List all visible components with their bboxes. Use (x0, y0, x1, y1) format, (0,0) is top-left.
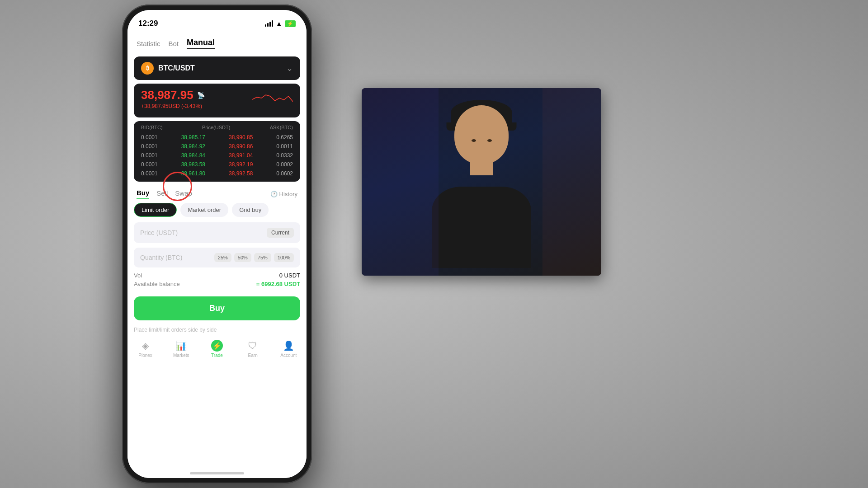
account-label: Account (280, 353, 297, 358)
battery-icon: ⚡ (285, 20, 296, 27)
price-pulse-icon: 📡 (197, 92, 205, 99)
current-button[interactable]: Current (267, 228, 294, 238)
price-area: 38,987.95 📡 +38,987.95USD (-3.43%) (134, 84, 300, 117)
markets-icon: 📊 (175, 340, 187, 352)
limit-order-button[interactable]: Limit order (134, 203, 177, 217)
vol-value: 0 USDT (279, 272, 300, 279)
status-bar: 12:29 ▲ ⚡ (127, 10, 307, 33)
buy-button[interactable]: Buy (134, 296, 300, 320)
balance-label: Available balance (134, 281, 180, 287)
pct-buttons: 25% 50% 75% 100% (214, 253, 294, 262)
phone-container: 12:29 ▲ ⚡ Statistic Bot (122, 5, 312, 483)
pair-selector[interactable]: ₿ BTC/USDT ⌄ (134, 56, 300, 80)
btc-icon: ₿ (141, 62, 154, 75)
nav-item-account[interactable]: 👤 Account (275, 340, 302, 358)
bottom-hint: Place limit/limit orders side by side (127, 324, 307, 336)
order-row: 0.0001 38,984.84 38,991.04 0.0332 (134, 151, 300, 160)
buy-btn-wrap: Buy (127, 293, 307, 324)
price-input-row[interactable]: Price (USDT) Current (134, 222, 300, 243)
order-types: Limit order Market order Grid buy (127, 203, 307, 222)
earn-label: Earn (248, 353, 258, 358)
price-change: +38,987.95USD (-3.43%) (141, 103, 205, 109)
wifi-icon: ▲ (276, 20, 282, 27)
history-icon: 🕐 (270, 191, 278, 197)
price-value: 38,987.95 (141, 88, 193, 102)
vol-label: Vol (134, 272, 142, 279)
nav-manual[interactable]: Manual (187, 38, 215, 49)
app-content: Statistic Bot Manual ₿ BTC/USDT ⌄ (127, 33, 307, 478)
pionex-icon: ◈ (140, 340, 151, 352)
pct-100-button[interactable]: 100% (274, 253, 294, 262)
person-head (454, 105, 509, 164)
nav-statistic[interactable]: Statistic (137, 40, 160, 47)
person-body (432, 187, 531, 268)
order-row: 0.0001 38,984.92 38,990.86 0.0011 (134, 142, 300, 151)
pionex-label: Pionex (138, 353, 152, 358)
trade-tabs: Buy Sell Swap 🕐 History (127, 185, 307, 203)
input-section: Price (USDT) Current Quantity (BTC) 25% … (127, 222, 307, 272)
order-row: 0.0001 38,961.80 38,992.58 0.0602 (134, 169, 300, 178)
chevron-down-icon: ⌄ (286, 63, 293, 73)
person-eye-left (472, 139, 476, 142)
mini-chart (252, 88, 293, 104)
quantity-input-row[interactable]: Quantity (BTC) 25% 50% 75% 100% (134, 248, 300, 267)
phone-screen: 12:29 ▲ ⚡ Statistic Bot (127, 10, 307, 478)
vol-row: Vol 0 USDT (134, 272, 300, 279)
balance-value: = 6992.68 USDT (256, 281, 300, 287)
tab-buy[interactable]: Buy (137, 189, 149, 199)
ask-header: ASK(BTC) (270, 125, 293, 130)
nav-item-markets[interactable]: 📊 Markets (168, 340, 195, 358)
markets-label: Markets (173, 353, 189, 358)
bottom-nav: ◈ Pionex 📊 Markets ⚡ Trade 🛡 Earn (127, 336, 307, 367)
status-icons: ▲ ⚡ (265, 20, 296, 27)
pct-50-button[interactable]: 50% (234, 253, 251, 262)
vol-section: Vol 0 USDT Available balance = 6992.68 U… (127, 272, 307, 293)
top-nav: Statistic Bot Manual (127, 33, 307, 53)
person-eye-right (487, 139, 492, 142)
account-icon: 👤 (283, 340, 294, 352)
pair-name: BTC/USDT (158, 64, 195, 72)
person-neck (470, 162, 493, 175)
trade-icon: ⚡ (211, 340, 223, 352)
home-indicator (190, 472, 244, 474)
webcam-overlay (362, 88, 601, 276)
pct-75-button[interactable]: 75% (254, 253, 271, 262)
tab-sell[interactable]: Sell (156, 189, 168, 199)
history-label: History (279, 191, 297, 197)
balance-row: Available balance = 6992.68 USDT (134, 281, 300, 287)
order-row: 0.0001 38,985.17 38,990.85 0.6265 (134, 133, 300, 142)
price-placeholder: Price (USDT) (140, 229, 178, 236)
webcam-person (362, 88, 601, 276)
nav-bot[interactable]: Bot (169, 40, 179, 47)
status-time: 12:29 (138, 19, 158, 28)
history-button[interactable]: 🕐 History (270, 191, 297, 197)
pct-25-button[interactable]: 25% (214, 253, 231, 262)
grid-buy-button[interactable]: Grid buy (232, 203, 269, 217)
bid-header: BID(BTC) (141, 125, 163, 130)
tab-swap[interactable]: Swap (175, 189, 192, 199)
signal-icon (265, 20, 273, 27)
nav-item-pionex[interactable]: ◈ Pionex (132, 340, 159, 358)
phone-frame: 12:29 ▲ ⚡ Statistic Bot (122, 5, 312, 483)
trade-label: Trade (211, 353, 223, 358)
order-row: 0.0001 38,983.58 38,992.19 0.0002 (134, 160, 300, 169)
order-book: BID(BTC) Price(USDT) ASK(BTC) 0.0001 38,… (134, 121, 300, 182)
earn-icon: 🛡 (247, 340, 259, 352)
nav-item-earn[interactable]: 🛡 Earn (239, 340, 266, 358)
nav-item-trade[interactable]: ⚡ Trade (203, 340, 231, 358)
price-header: Price(USDT) (202, 125, 230, 130)
quantity-placeholder: Quantity (BTC) (140, 254, 182, 261)
order-book-header: BID(BTC) Price(USDT) ASK(BTC) (134, 125, 300, 133)
market-order-button[interactable]: Market order (180, 203, 228, 217)
person-silhouette (418, 96, 545, 268)
pair-left: ₿ BTC/USDT (141, 62, 195, 75)
